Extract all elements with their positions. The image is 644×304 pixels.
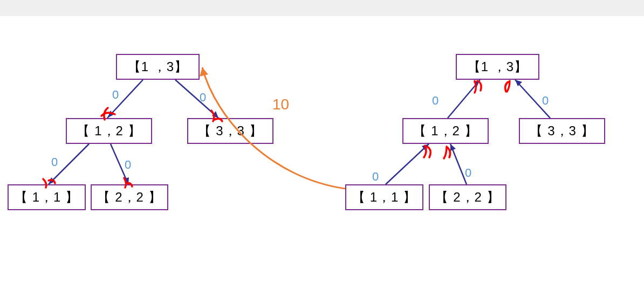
left-l3-right-node: 【 2，2 】 (91, 184, 168, 210)
node-label: 【1 ，3】 (468, 58, 527, 75)
node-label: 【 2，2 】 (97, 189, 161, 206)
left-root-node: 【1 ，3】 (116, 54, 200, 80)
arrowhead-icon (124, 177, 129, 184)
edge-label: 0 (542, 94, 549, 108)
edge-label: 0 (432, 94, 439, 108)
annotation-mark (505, 81, 510, 92)
node-label: 【 1，1 】 (352, 189, 416, 206)
node-label: 【 2，2 】 (435, 189, 499, 206)
right-l2-right-node: 【 3，3 】 (519, 118, 605, 144)
edge-label: 0 (112, 88, 119, 102)
node-label: 【1 ，3】 (128, 58, 188, 75)
edge-label: 0 (125, 158, 131, 172)
node-label: 【 1，2 】 (77, 122, 141, 140)
arrowhead-icon (515, 80, 522, 86)
annotation-mark (444, 147, 450, 158)
right-l3-right-node: 【 2，2 】 (429, 184, 506, 210)
top-strip (0, 0, 644, 16)
arrowhead-icon (107, 110, 113, 118)
node-label: 【 1，2 】 (413, 122, 477, 140)
arrowhead-icon (422, 144, 429, 151)
arrowhead-icon (49, 177, 55, 184)
edge-label: 0 (372, 170, 379, 184)
edge-line (175, 80, 218, 118)
right-l3-left-node: 【 1，1 】 (345, 184, 423, 210)
arrowhead-icon (474, 80, 480, 87)
arrowhead-icon (212, 111, 218, 118)
edge-label: 0 (465, 166, 471, 180)
right-root-node: 【1 ，3】 (456, 54, 539, 80)
edge-label: 0 (200, 91, 206, 105)
diagram-canvas: 【1 ，3】 【 1，2 】 【 3，3 】 【 1，1 】 【 2，2 】 【… (0, 0, 644, 304)
arrowhead-icon (450, 144, 456, 151)
edge-line (448, 80, 480, 118)
left-l3-left-node: 【 1，1 】 (8, 184, 86, 210)
right-l2-left-node: 【 1，2 】 (402, 118, 489, 144)
arrowhead-icon (200, 67, 208, 77)
edge-line (386, 144, 429, 184)
curve-label: 10 (272, 96, 289, 113)
left-l2-right-node: 【 3，3 】 (187, 118, 273, 144)
annotation-mark (475, 81, 481, 93)
node-label: 【 1，1 】 (15, 189, 79, 206)
edge-label: 0 (51, 155, 58, 169)
edges-overlay (0, 0, 644, 304)
edge-line (450, 144, 467, 184)
annotation-mark (424, 146, 430, 157)
node-label: 【 3，3 】 (198, 122, 262, 140)
node-label: 【 3，3 】 (530, 122, 594, 140)
left-l2-left-node: 【 1，2 】 (66, 118, 152, 144)
